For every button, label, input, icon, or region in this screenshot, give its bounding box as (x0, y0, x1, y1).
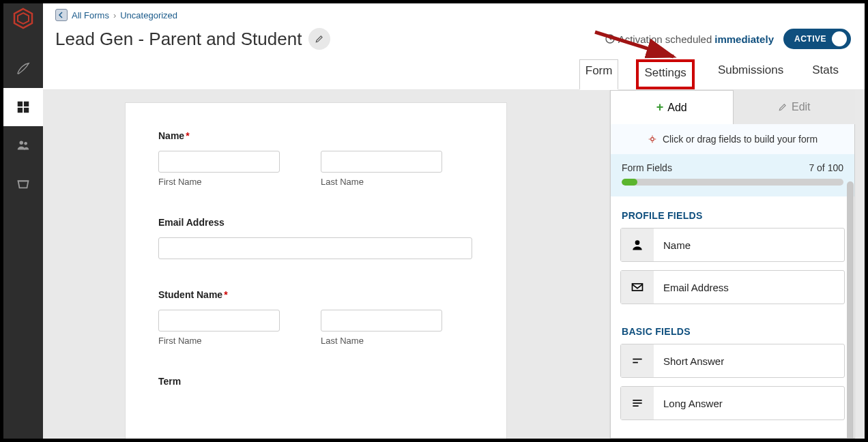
sublabel: Last Name (321, 336, 442, 346)
left-nav (3, 3, 43, 439)
sublabel: First Name (158, 177, 280, 187)
last-name-input[interactable] (321, 151, 442, 173)
nav-dashboard-icon[interactable] (3, 88, 43, 126)
email-input[interactable] (158, 237, 472, 259)
svg-rect-2 (18, 102, 23, 106)
nav-people-icon[interactable] (3, 126, 43, 164)
student-last-name-input[interactable] (321, 310, 442, 332)
field-email[interactable]: Email Address (158, 217, 474, 259)
svg-marker-1 (18, 13, 29, 24)
tab-settings[interactable]: Settings (636, 59, 694, 89)
form-card: Name* First Name Last Name (125, 102, 507, 439)
clock-icon (605, 33, 616, 44)
rpanel-tab-add[interactable]: + Add (610, 90, 734, 124)
svg-rect-12 (633, 284, 643, 291)
app-logo-icon (12, 8, 34, 29)
tab-stats[interactable]: Stats (807, 59, 844, 89)
right-panel: + Add Edit Click or drag fields to build… (609, 90, 855, 439)
tile-name[interactable]: Name (620, 228, 845, 262)
breadcrumb: All Forms › Uncategorized (55, 9, 851, 21)
svg-rect-4 (18, 108, 23, 113)
breadcrumb-all-forms[interactable]: All Forms (72, 10, 109, 20)
breadcrumb-back-button[interactable] (55, 9, 68, 21)
hint: Click or drag fields to build your form (611, 124, 854, 154)
edit-title-button[interactable] (308, 28, 330, 50)
sublabel: Last Name (321, 177, 442, 187)
tile-email[interactable]: Email Address (620, 270, 845, 304)
tab-submissions[interactable]: Submissions (712, 59, 789, 89)
field-term[interactable]: Term (158, 376, 474, 387)
svg-rect-3 (24, 102, 29, 106)
pencil-icon (778, 102, 787, 112)
envelope-icon (621, 271, 654, 304)
tile-short-answer[interactable]: Short Answer (620, 344, 845, 378)
breadcrumb-category[interactable]: Uncategorized (120, 10, 177, 20)
progress-bar (622, 179, 843, 186)
nav-compose-icon[interactable] (3, 50, 43, 88)
svg-rect-5 (24, 108, 29, 113)
form-canvas: Name* First Name Last Name (43, 90, 609, 439)
tile-long-answer[interactable]: Long Answer (620, 386, 845, 420)
activation-status: Activation scheduled immediately (605, 33, 774, 45)
long-text-icon (621, 387, 654, 419)
svg-point-10 (651, 138, 654, 141)
first-name-input[interactable] (158, 151, 280, 173)
toggle-knob (832, 31, 847, 46)
target-icon (648, 134, 657, 144)
sublabel: First Name (158, 336, 280, 346)
svg-marker-0 (14, 9, 32, 28)
student-first-name-input[interactable] (158, 310, 280, 332)
svg-point-11 (635, 240, 640, 245)
page-title: Lead Gen - Parent and Student (55, 29, 302, 50)
plus-icon: + (656, 100, 664, 115)
svg-point-6 (20, 141, 24, 145)
tab-form[interactable]: Form (579, 59, 619, 90)
main-tabs: Form Settings Submissions Stats (43, 50, 865, 90)
field-name[interactable]: Name* First Name Last Name (158, 130, 474, 187)
rpanel-tab-edit[interactable]: Edit (734, 90, 856, 124)
section-basic-fields: BASIC FIELDS (611, 312, 854, 344)
person-icon (621, 229, 654, 261)
field-student-name[interactable]: Student Name* First Name Last Name (158, 289, 474, 346)
short-text-icon (621, 344, 654, 377)
scrollbar[interactable] (847, 181, 854, 439)
fields-count: Form Fields 7 of 100 (611, 154, 854, 196)
nav-archive-icon[interactable] (3, 164, 43, 203)
topbar: All Forms › Uncategorized Lead Gen - Par… (43, 3, 865, 50)
svg-point-7 (24, 142, 27, 145)
active-toggle[interactable]: ACTIVE (783, 29, 851, 49)
section-profile-fields: PROFILE FIELDS (611, 196, 854, 228)
